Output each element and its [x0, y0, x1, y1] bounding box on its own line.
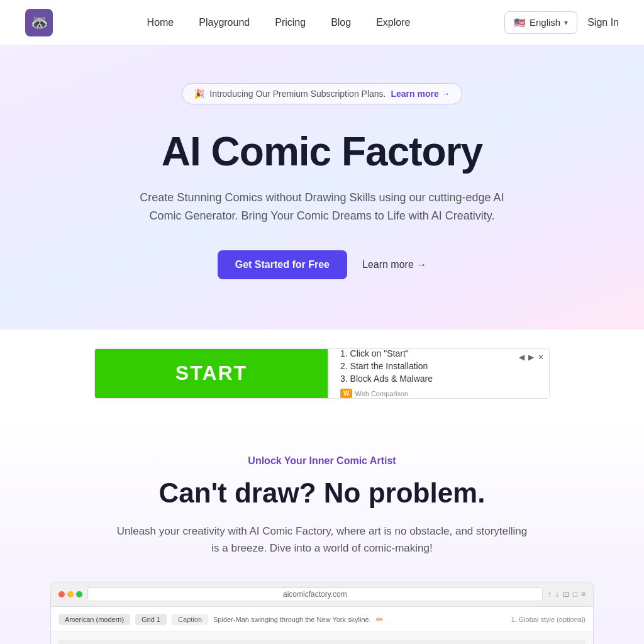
ad-arrow-left-icon: ◀ — [519, 353, 525, 362]
section-label[interactable]: Unlock Your Inner Comic Artist — [25, 455, 619, 467]
ad-company: Web Comparison — [355, 390, 408, 397]
ad-controls: ◀ ▶ ✕ — [519, 353, 544, 362]
section-title: Can't draw? No problem. — [25, 477, 619, 510]
nav-pricing[interactable]: Pricing — [275, 17, 306, 28]
sign-in-button[interactable]: Sign In — [587, 17, 619, 28]
minimize-window-icon — [67, 591, 74, 597]
ad-close-icon: ✕ — [538, 353, 544, 362]
announcement-icon: 🎉 — [194, 89, 204, 99]
browser-preview: aicomicfactory.com ↑↓⊡□≡ American (moder… — [50, 582, 594, 644]
header: 🦝 Home Playground Pricing Blog Explore 🇺… — [0, 0, 644, 45]
logo[interactable]: 🦝 — [25, 9, 53, 36]
nav-explore[interactable]: Explore — [376, 17, 410, 28]
url-bar[interactable]: aicomicfactory.com — [87, 587, 543, 601]
header-right: 🇺🇸 English ▾ Sign In — [504, 11, 619, 34]
ad-container[interactable]: START ◀ ▶ ✕ 1. Click on "Start" 2. Start… — [94, 348, 550, 399]
announcement-learn-more-link[interactable]: Learn more → — [391, 89, 450, 99]
ad-arrow-right-icon: ▶ — [528, 353, 534, 362]
ad-section: START ◀ ▶ ✕ 1. Click on "Start" 2. Start… — [0, 330, 644, 418]
ad-footer: W Web Comparison — [340, 389, 536, 398]
ad-badge: W — [340, 389, 352, 398]
ad-step1: 1. Click on "Start" — [340, 348, 536, 358]
browser-body — [51, 632, 593, 644]
browser-tab-bar: American (modern) Grid 1 Caption Spider-… — [51, 607, 593, 632]
section-subtitle: Unleash your creativity with AI Comic Fa… — [114, 523, 530, 557]
main-nav: Home Playground Pricing Blog Explore — [147, 17, 411, 28]
inner-artist-section: Unlock Your Inner Comic Artist Can't dra… — [0, 418, 644, 644]
hero-section: 🎉 Introducing Our Premium Subscription P… — [0, 45, 644, 330]
lang-label: English — [530, 17, 560, 28]
ad-step2: 2. Start the Installation — [340, 361, 536, 371]
announcement-banner: 🎉 Introducing Our Premium Subscription P… — [182, 83, 462, 104]
get-started-button[interactable]: Get Started for Free — [218, 250, 347, 279]
lang-flag: 🇺🇸 — [514, 17, 526, 28]
learn-more-button[interactable]: Learn more → — [362, 259, 426, 270]
caption-tab[interactable]: Caption — [172, 614, 208, 625]
browser-chrome: aicomicfactory.com ↑↓⊡□≡ — [51, 582, 593, 607]
ad-step3: 3. Block Ads & Malware — [340, 374, 536, 384]
language-selector[interactable]: 🇺🇸 English ▾ — [504, 11, 577, 34]
chevron-down-icon: ▾ — [564, 18, 568, 27]
hero-title: AI Comic Factory — [25, 130, 619, 174]
close-window-icon — [58, 591, 65, 597]
nav-playground[interactable]: Playground — [199, 17, 250, 28]
caption-text: Spider-Man swinging through the New York… — [213, 616, 371, 623]
style-tab[interactable]: American (modern) — [58, 614, 130, 625]
nav-blog[interactable]: Blog — [331, 17, 351, 28]
nav-home[interactable]: Home — [147, 17, 174, 28]
grid-tab[interactable]: Grid 1 — [135, 614, 167, 625]
maximize-window-icon — [76, 591, 82, 597]
browser-extra-icons: ↑↓⊡□≡ — [548, 590, 586, 599]
pencil-icon: ✏ — [376, 614, 384, 625]
announcement-text: Introducing Our Premium Subscription Pla… — [209, 89, 386, 99]
ad-start-text: START — [175, 362, 247, 385]
global-style-label: 1. Global style (optional) — [511, 616, 586, 623]
hero-subtitle: Create Stunning Comics without Drawing S… — [127, 189, 517, 225]
logo-icon: 🦝 — [25, 9, 53, 36]
hero-buttons: Get Started for Free Learn more → — [25, 250, 619, 279]
browser-window-controls — [58, 591, 82, 597]
ad-left: START — [95, 349, 328, 398]
ad-right: ◀ ▶ ✕ 1. Click on "Start" 2. Start the I… — [328, 349, 549, 398]
